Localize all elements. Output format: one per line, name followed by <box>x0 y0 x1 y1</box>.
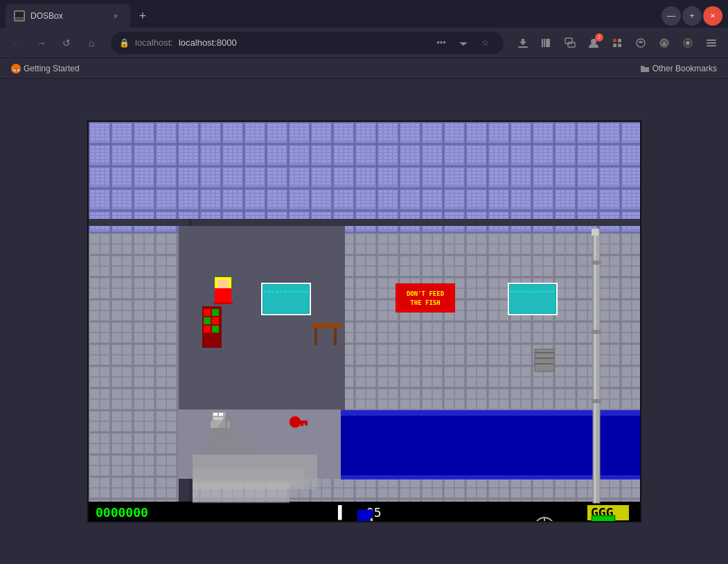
url-text: localhost:8000 <box>179 37 426 48</box>
svg-rect-100 <box>213 302 233 304</box>
game-container[interactable]: 0000000 ▌ :05 GGG DON'T FEED THE FISH <box>87 121 641 522</box>
firefox-favicon: 🦊 <box>11 64 21 73</box>
url-bar[interactable]: 🔒 localhost: localhost:8000 ••• ☆ <box>111 32 504 54</box>
svg-rect-106 <box>204 326 211 333</box>
maximize-button[interactable]: + <box>682 6 702 26</box>
bookmarks-bar: 🦊 Getting Started Other Bookmarks <box>0 58 728 79</box>
svg-rect-93 <box>535 358 554 359</box>
svg-rect-107 <box>212 326 219 333</box>
other-bookmarks-button[interactable]: Other Bookmarks <box>634 62 722 75</box>
reload-icon: ↺ <box>62 37 71 49</box>
svg-rect-12 <box>613 44 616 47</box>
svg-rect-64 <box>89 219 179 226</box>
close-button[interactable]: × <box>703 6 722 26</box>
svg-rect-85 <box>312 323 341 328</box>
svg-rect-2 <box>15 18 24 20</box>
svg-rect-79 <box>263 285 309 313</box>
tab-title: DOSBox <box>30 11 104 21</box>
addon1-button[interactable] <box>630 32 652 54</box>
svg-rect-153 <box>193 482 290 503</box>
navigation-bar: ← → ↺ ⌂ 🔒 localhost: localhost:8000 ••• … <box>0 28 728 58</box>
home-button[interactable]: ⌂ <box>80 32 103 54</box>
svg-rect-92 <box>535 352 554 353</box>
svg-rect-120 <box>357 510 373 522</box>
svg-rect-21 <box>707 45 716 46</box>
svg-rect-65 <box>193 219 641 226</box>
url-actions: ••• ☆ <box>432 33 495 53</box>
browser-window: DOSBox × + — + × ← → ↺ ⌂ 🔒 localhost: lo… <box>0 0 728 564</box>
svg-text:THE FISH: THE FISH <box>410 299 440 306</box>
addon3-button[interactable] <box>677 32 699 54</box>
svg-rect-6 <box>546 39 550 47</box>
more-button[interactable]: ••• <box>432 33 451 53</box>
other-bookmarks-label: Other Bookmarks <box>652 64 717 73</box>
profile-badge: 2 <box>595 33 603 42</box>
svg-rect-10 <box>613 39 616 42</box>
bookmark-star-button[interactable]: ☆ <box>476 33 495 53</box>
svg-rect-5 <box>544 39 545 47</box>
library-button[interactable] <box>535 32 558 54</box>
minimize-button[interactable]: — <box>662 6 681 26</box>
home-icon: ⌂ <box>89 37 94 49</box>
tab-close-button[interactable]: × <box>109 10 122 22</box>
svg-rect-112 <box>211 421 213 428</box>
svg-rect-118 <box>305 421 308 425</box>
svg-rect-103 <box>212 309 219 316</box>
svg-rect-98 <box>217 280 229 288</box>
content-area: 0000000 ▌ :05 GGG DON'T FEED THE FISH <box>0 79 728 564</box>
svg-rect-8 <box>568 42 575 47</box>
menu-button[interactable] <box>700 32 722 54</box>
svg-text:0000000: 0000000 <box>96 505 148 520</box>
svg-rect-104 <box>204 317 211 324</box>
folder-icon <box>640 64 650 73</box>
url-scheme: localhost: <box>135 37 173 48</box>
active-tab[interactable]: DOSBox × <box>6 4 130 28</box>
svg-rect-20 <box>707 42 716 44</box>
svg-text:▌: ▌ <box>337 505 346 520</box>
extensions-button[interactable] <box>606 32 628 54</box>
svg-rect-105 <box>212 317 219 324</box>
svg-rect-121 <box>371 518 373 521</box>
svg-point-18 <box>686 41 690 45</box>
svg-rect-109 <box>213 413 217 416</box>
svg-rect-56 <box>89 122 641 233</box>
svg-rect-4 <box>542 39 543 47</box>
security-icon: 🔒 <box>119 38 130 48</box>
svg-rect-3 <box>518 46 528 48</box>
game-canvas: 0000000 ▌ :05 GGG DON'T FEED THE FISH <box>89 122 641 522</box>
svg-rect-110 <box>219 413 223 416</box>
bookmark-getting-started[interactable]: 🦊 Getting Started <box>6 62 85 75</box>
svg-rect-127 <box>593 517 614 522</box>
svg-rect-155 <box>592 261 601 265</box>
nav-tools: 2 A <box>512 32 722 54</box>
svg-rect-19 <box>707 39 716 41</box>
forward-button[interactable]: → <box>30 32 53 54</box>
svg-rect-57 <box>89 233 641 410</box>
svg-rect-82 <box>510 285 556 313</box>
svg-rect-1 <box>15 12 24 17</box>
window-controls: — + × <box>662 6 722 26</box>
svg-rect-75 <box>397 285 454 311</box>
svg-text:A: A <box>662 41 666 47</box>
svg-rect-102 <box>204 309 211 316</box>
synced-tabs-button[interactable] <box>559 32 581 54</box>
new-tab-button[interactable]: + <box>133 6 152 26</box>
downloads-button[interactable] <box>512 32 534 54</box>
svg-rect-94 <box>535 363 554 364</box>
svg-rect-7 <box>565 38 572 44</box>
bookmark-getting-started-label: Getting Started <box>24 64 80 73</box>
addon2-button[interactable]: A <box>653 32 675 54</box>
reload-button[interactable]: ↺ <box>55 32 78 54</box>
svg-rect-13 <box>618 44 621 47</box>
svg-text:▶▶: ▶▶ <box>600 520 607 522</box>
tab-bar: DOSBox × + — + × <box>0 0 728 28</box>
back-button[interactable]: ← <box>6 32 28 54</box>
svg-rect-86 <box>314 328 317 345</box>
forward-icon: → <box>37 37 46 49</box>
svg-rect-11 <box>618 39 621 42</box>
profile-button[interactable]: 2 <box>583 32 605 54</box>
back-icon: ← <box>12 37 21 49</box>
svg-rect-154 <box>592 229 598 236</box>
pocket-button[interactable] <box>454 33 473 53</box>
svg-rect-157 <box>592 399 601 403</box>
